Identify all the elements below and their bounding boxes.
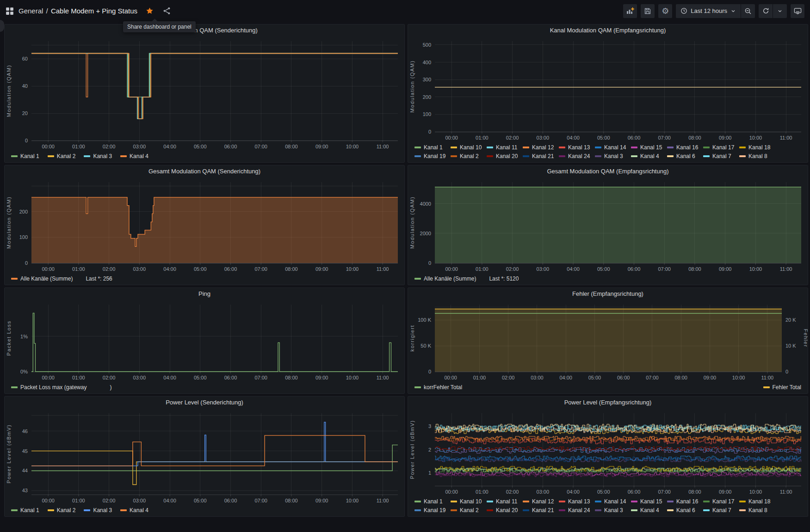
legend-item[interactable]: Kanal 3 xyxy=(84,153,112,159)
legend-item[interactable]: Kanal 7 xyxy=(703,507,739,514)
legend-item[interactable]: Kanal 17 xyxy=(703,498,739,505)
add-panel-button[interactable] xyxy=(623,4,637,18)
legend: Kanal 1Kanal 2Kanal 3Kanal 4 xyxy=(5,152,404,162)
legend-item[interactable]: Kanal 2 xyxy=(48,153,76,159)
apps-grid-icon[interactable] xyxy=(6,7,14,15)
legend-item[interactable]: Kanal 7 xyxy=(703,153,739,159)
legend-item[interactable]: Kanal 12 xyxy=(523,144,559,151)
dashboard-settings-button[interactable]: ⚙ xyxy=(658,4,672,18)
svg-text:00:00: 00:00 xyxy=(42,266,55,272)
refresh-button[interactable] xyxy=(759,4,773,18)
legend-item[interactable]: Kanal 10 xyxy=(451,144,487,151)
time-range-picker[interactable]: Last 12 hours xyxy=(676,4,741,18)
zoom-out-time-button[interactable] xyxy=(741,4,755,18)
legend-item[interactable]: Kanal 4 xyxy=(120,507,148,514)
favorite-star-icon[interactable] xyxy=(146,7,154,15)
legend-item[interactable]: Kanal 10 xyxy=(451,498,487,505)
legend-item[interactable]: korrFehler Total xyxy=(414,384,462,391)
legend-item[interactable]: Kanal 14 xyxy=(595,144,631,151)
panel-title[interactable]: Fehler (Empfangsrichtung) xyxy=(408,288,808,300)
time-range-label: Last 12 hours xyxy=(691,7,727,14)
panel-title[interactable]: Power Level (Senderichtung) xyxy=(5,397,404,409)
chart-fehler[interactable]: 00:0001:0002:0003:0004:0005:0006:0007:00… xyxy=(408,300,808,383)
legend-item[interactable]: Kanal 1 xyxy=(11,153,39,159)
panel-title[interactable]: Gesamt Modulation QAM (Empfangsrichtung) xyxy=(408,165,808,177)
legend-item[interactable]: Kanal 18 xyxy=(739,144,775,151)
panel-title[interactable]: Kanal Modulation QAM (Empfangsrichtung) xyxy=(408,24,808,37)
svg-text:300: 300 xyxy=(423,77,431,82)
dashboard-title[interactable]: Cable Modem + Ping Status xyxy=(51,7,137,15)
chart-gesamt-modulation-senderichtung[interactable]: 00:0001:0002:0003:0004:0005:0006:0007:00… xyxy=(5,177,404,274)
legend-item[interactable]: Alle Kanäle (Summe) xyxy=(414,275,476,282)
legend-item[interactable]: Kanal 20 xyxy=(487,507,523,514)
legend-item[interactable]: Kanal 15 xyxy=(631,144,667,151)
chart-power-level-senderichtung[interactable]: 00:0001:0002:0003:0004:0005:0006:0007:00… xyxy=(5,409,404,506)
legend-item[interactable]: Kanal 20 xyxy=(487,153,523,159)
legend-item[interactable]: Kanal 11 xyxy=(487,144,523,151)
legend-item[interactable]: Kanal 21 xyxy=(523,153,559,159)
legend-item[interactable]: Kanal 4 xyxy=(631,507,667,514)
legend-item[interactable]: Kanal 16 xyxy=(667,498,703,505)
legend-item[interactable]: Kanal 6 xyxy=(667,153,703,159)
chart-ping[interactable]: 00:0001:0002:0003:0004:0005:0006:0007:00… xyxy=(5,300,404,383)
svg-text:03:00: 03:00 xyxy=(133,144,146,149)
panel-title[interactable]: Kanal Modulation QAM (Senderichtung) xyxy=(5,24,404,37)
svg-text:02:00: 02:00 xyxy=(502,375,515,380)
legend-item[interactable]: Kanal 19 xyxy=(414,153,451,159)
legend-item[interactable]: Kanal 12 xyxy=(523,498,559,505)
legend-item[interactable]: Kanal 2 xyxy=(451,153,487,159)
svg-text:11:00: 11:00 xyxy=(780,266,792,272)
svg-text:00:00: 00:00 xyxy=(42,498,55,503)
save-dashboard-button[interactable] xyxy=(641,4,655,18)
legend-item[interactable]: Kanal 3 xyxy=(84,507,112,514)
legend-item[interactable]: Kanal 11 xyxy=(487,498,523,505)
legend-item[interactable]: Kanal 3 xyxy=(595,507,631,514)
legend-item[interactable]: Kanal 21 xyxy=(523,507,559,514)
legend-item[interactable]: Kanal 13 xyxy=(559,498,595,505)
svg-text:01:00: 01:00 xyxy=(72,144,85,149)
chart-power-level-empfangsrichtung[interactable]: 00:0001:0002:0003:0004:0005:0006:0007:00… xyxy=(408,409,808,497)
sidebar-toggle-notch[interactable] xyxy=(0,20,4,32)
legend-item[interactable]: Kanal 17 xyxy=(703,144,739,151)
legend-item[interactable]: Kanal 19 xyxy=(414,507,451,514)
legend-item[interactable]: Kanal 2 xyxy=(451,507,487,514)
legend-item[interactable]: Kanal 1 xyxy=(414,144,451,151)
svg-text:07:00: 07:00 xyxy=(254,266,267,272)
legend-item[interactable]: Kanal 16 xyxy=(667,144,703,151)
legend-item[interactable]: Kanal 13 xyxy=(559,144,595,151)
refresh-interval-dropdown[interactable] xyxy=(773,4,787,18)
svg-text:06:00: 06:00 xyxy=(617,375,630,380)
legend-item[interactable]: Kanal 1 xyxy=(11,507,39,514)
share-icon[interactable] xyxy=(163,7,171,15)
legend-item[interactable]: Fehler Total xyxy=(763,384,801,391)
legend-item[interactable]: Kanal 15 xyxy=(631,498,667,505)
legend-item[interactable]: Kanal 14 xyxy=(595,498,631,505)
legend-item[interactable]: Kanal 18 xyxy=(739,498,775,505)
legend: Alle Kanäle (Summe)Last *: 5120 xyxy=(408,274,808,285)
kiosk-mode-button[interactable] xyxy=(791,4,804,18)
legend-item[interactable]: Kanal 8 xyxy=(739,153,775,159)
legend-item[interactable]: Kanal 4 xyxy=(631,153,667,159)
panel-title[interactable]: Ping xyxy=(5,288,404,300)
breadcrumb-folder[interactable]: General xyxy=(19,7,43,15)
legend-item[interactable]: Kanal 6 xyxy=(667,507,703,514)
legend: Alle Kanäle (Summe)Last *: 256 xyxy=(5,274,404,285)
legend-item[interactable]: Alle Kanäle (Summe) xyxy=(11,275,73,282)
chart-kanal-modulation-empfangsrichtung[interactable]: 00:0001:0002:0003:0004:0005:0006:0007:00… xyxy=(408,37,808,143)
svg-text:05:00: 05:00 xyxy=(194,375,207,380)
legend-item[interactable]: Kanal 24 xyxy=(559,507,595,514)
panel-title[interactable]: Gesamt Modulation QAM (Senderichtung) xyxy=(5,165,404,177)
svg-text:10:00: 10:00 xyxy=(749,489,762,495)
legend-item[interactable]: Packet Loss max (gateway ) xyxy=(11,384,111,391)
legend-item[interactable]: Kanal 1 xyxy=(414,498,451,505)
legend-item[interactable]: Kanal 8 xyxy=(739,507,775,514)
panel-title[interactable]: Power Level (Empfangsrichtung) xyxy=(408,397,808,409)
svg-text:100 K: 100 K xyxy=(418,317,431,323)
legend-item[interactable]: Kanal 4 xyxy=(120,153,148,159)
legend-item[interactable]: Kanal 24 xyxy=(559,153,595,159)
legend-item[interactable]: Kanal 2 xyxy=(48,507,76,514)
refresh-controls xyxy=(759,4,787,18)
legend-item[interactable]: Kanal 3 xyxy=(595,153,631,159)
chart-gesamt-modulation-empfangsrichtung[interactable]: 00:0001:0002:0003:0004:0005:0006:0007:00… xyxy=(408,177,808,274)
chart-kanal-modulation-senderichtung[interactable]: 00:0001:0002:0003:0004:0005:0006:0007:00… xyxy=(5,37,404,152)
